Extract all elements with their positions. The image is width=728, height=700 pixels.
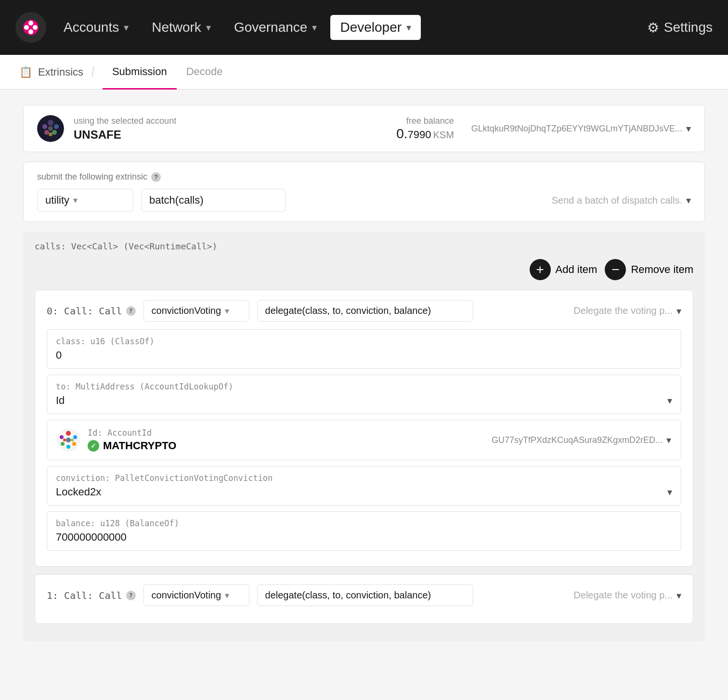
pallet-label: utility	[45, 194, 69, 207]
svg-point-7	[42, 124, 47, 129]
svg-point-20	[66, 438, 71, 442]
nav-accounts-label: Accounts	[64, 20, 119, 35]
field-balance-label: balance: u128 (BalanceOf)	[56, 519, 672, 528]
tab-submission[interactable]: Submission	[103, 55, 177, 90]
nav-network-label: Network	[152, 20, 201, 35]
call-method-select-0[interactable]: delegate(class, to, conviction, balance)	[257, 300, 474, 322]
account-using-label: using the selected account	[74, 116, 387, 126]
field-balance: balance: u128 (BalanceOf)	[47, 511, 681, 551]
pallet-select[interactable]: utility ▾	[37, 189, 133, 212]
svg-point-2	[28, 29, 33, 34]
balance-integer: 0.	[396, 126, 407, 141]
nested-account-name: ✓ MATHCRYPTO	[88, 440, 176, 452]
field-to: to: MultiAddress (AccountIdLookupOf) Id …	[47, 375, 681, 414]
tab-decode[interactable]: Decode	[177, 55, 233, 90]
call-title-0: 0: Call: Call ?	[47, 305, 136, 317]
add-item-button[interactable]: + Add item	[530, 259, 598, 280]
remove-item-label: Remove item	[631, 263, 693, 276]
extrinsic-help-icon[interactable]: ?	[151, 172, 161, 182]
field-to-select[interactable]: Id ▾	[56, 394, 672, 407]
field-conviction-select[interactable]: Locked2x ▾	[56, 486, 672, 498]
calls-header: calls: Vec<Call> (Vec<RuntimeCall>)	[35, 241, 693, 251]
field-class: class: u16 (ClassOf)	[47, 329, 681, 369]
main-content: using the selected account UNSAFE free b…	[0, 90, 728, 661]
svg-point-11	[49, 132, 52, 136]
avatar	[37, 115, 64, 142]
nav-item-accounts[interactable]: Accounts ▾	[54, 15, 138, 40]
svg-point-21	[63, 439, 66, 441]
settings-gear-icon: ⚙	[647, 20, 659, 36]
svg-point-10	[52, 130, 57, 135]
svg-point-14	[66, 431, 71, 436]
call-pallet-label-1: convictionVoting	[152, 590, 221, 601]
call-desc-dropdown-icon-0: ▾	[676, 305, 681, 317]
breadcrumb-label: Extrinsics	[38, 66, 83, 78]
account-balance: free balance 0.7990KSM	[396, 116, 454, 142]
svg-point-1	[28, 21, 33, 26]
balance-value: 0.7990KSM	[396, 126, 454, 142]
nav-settings[interactable]: ⚙ Settings	[647, 20, 713, 36]
call-method-label-1: delegate(class, to, conviction, balance)	[265, 590, 431, 601]
nav-item-network[interactable]: Network ▾	[142, 15, 221, 40]
svg-point-12	[48, 126, 53, 131]
pallet-dropdown-icon: ▾	[73, 195, 78, 206]
remove-icon: −	[605, 259, 626, 280]
field-conviction-value: Locked2x	[56, 486, 101, 498]
call-method-select-1[interactable]: delegate(class, to, conviction, balance)	[257, 584, 474, 606]
network-chevron-icon: ▾	[206, 22, 211, 33]
account-address-text: GLktqkuR9tNojDhqTZp6EYYt9WGLmYTjANBDJsVE…	[471, 124, 682, 134]
nested-id-label: Id: AccountId	[88, 428, 176, 438]
method-select[interactable]: batch(calls)	[141, 189, 286, 212]
account-address-row[interactable]: GLktqkuR9tNojDhqTZp6EYYt9WGLmYTjANBDJsVE…	[471, 123, 691, 134]
svg-point-15	[60, 435, 64, 439]
settings-label: Settings	[664, 20, 713, 35]
extrinsic-label: submit the following extrinsic ?	[37, 172, 691, 182]
developer-chevron-icon: ▾	[406, 22, 411, 33]
field-conviction-label: conviction: PalletConvictionVotingConvic…	[56, 473, 672, 483]
call-help-icon-0[interactable]: ?	[126, 306, 136, 316]
call-pallet-select-0[interactable]: convictionVoting ▾	[143, 300, 249, 322]
call-pallet-label-0: convictionVoting	[152, 305, 221, 316]
call-pallet-dropdown-icon-0: ▾	[225, 306, 229, 316]
svg-point-9	[44, 130, 49, 135]
call-help-icon-1[interactable]: ?	[126, 591, 136, 600]
breadcrumb-separator: /	[92, 65, 94, 80]
account-dropdown-icon: ▾	[686, 123, 691, 134]
remove-item-button[interactable]: − Remove item	[605, 259, 693, 280]
svg-point-4	[33, 25, 38, 30]
call-header-1: 1: Call: Call ? convictionVoting ▾ deleg…	[47, 584, 681, 606]
field-class-input[interactable]	[56, 349, 672, 362]
method-label: batch(calls)	[149, 194, 203, 207]
field-balance-input[interactable]	[56, 531, 672, 544]
accounts-chevron-icon: ▾	[124, 22, 129, 33]
conviction-dropdown-icon: ▾	[667, 486, 672, 498]
svg-point-19	[66, 445, 70, 449]
svg-point-16	[73, 435, 77, 439]
call-pallet-select-1[interactable]: convictionVoting ▾	[143, 584, 249, 606]
extrinsic-card: submit the following extrinsic ? utility…	[23, 162, 705, 222]
description-dropdown-icon: ▾	[686, 194, 691, 206]
account-info: using the selected account UNSAFE	[74, 116, 387, 142]
governance-chevron-icon: ▾	[312, 22, 317, 33]
svg-point-18	[72, 442, 76, 446]
nested-address-row[interactable]: GU77syTfPXdzKCuqASura9ZKgxmD2rED... ▾	[492, 434, 671, 446]
balance-decimal: 7990	[408, 129, 431, 141]
account-name: UNSAFE	[74, 128, 387, 142]
nested-dropdown-icon: ▾	[666, 434, 671, 446]
navbar: Accounts ▾ Network ▾ Governance ▾ Develo…	[0, 0, 728, 55]
nested-name-text: MATHCRYPTO	[103, 440, 176, 452]
nav-item-developer[interactable]: Developer ▾	[330, 15, 421, 40]
extrinsic-row: utility ▾ batch(calls) Send a batch of d…	[37, 189, 691, 212]
field-conviction: conviction: PalletConvictionVotingConvic…	[47, 466, 681, 506]
field-to-dropdown-icon: ▾	[667, 395, 672, 406]
nav-item-governance[interactable]: Governance ▾	[224, 15, 327, 40]
extrinsics-icon: 📋	[19, 66, 32, 78]
add-item-label: Add item	[556, 263, 598, 276]
call-header-0: 0: Call: Call ? convictionVoting ▾ deleg…	[47, 300, 681, 322]
svg-point-17	[61, 442, 65, 446]
balance-label: free balance	[396, 116, 454, 126]
svg-point-6	[48, 120, 53, 126]
svg-point-3	[24, 25, 29, 30]
nav-logo[interactable]	[15, 12, 46, 43]
verified-icon: ✓	[88, 440, 99, 452]
